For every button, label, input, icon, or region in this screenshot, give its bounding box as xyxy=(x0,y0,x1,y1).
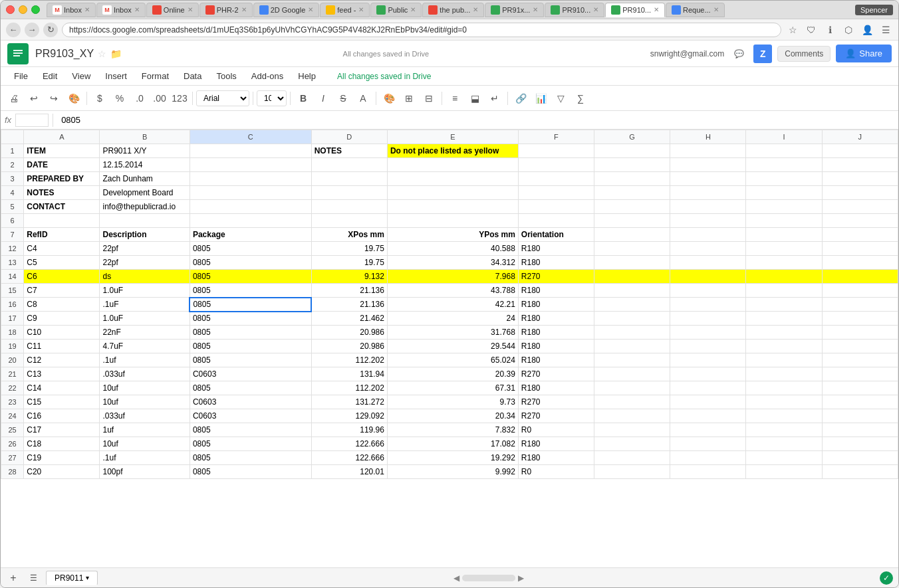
cell-15h[interactable] xyxy=(670,284,746,298)
cell-14f[interactable]: R270 xyxy=(518,270,594,284)
cell-24c[interactable]: C0603 xyxy=(190,409,311,423)
strikethrough-button[interactable]: S xyxy=(334,89,352,108)
cell-13i[interactable] xyxy=(746,256,822,270)
cell-19i[interactable] xyxy=(746,340,822,353)
cell-2c[interactable] xyxy=(190,158,311,172)
shield-icon[interactable]: 🛡 xyxy=(804,23,819,37)
cell-26c[interactable]: 0805 xyxy=(190,437,311,451)
function-button[interactable]: ∑ xyxy=(571,89,590,108)
cell-7e[interactable]: YPos mm xyxy=(387,228,518,242)
star-icon[interactable]: ☆ xyxy=(98,49,106,59)
cell-19d[interactable]: 20.986 xyxy=(311,340,387,353)
cell-3c[interactable] xyxy=(190,172,311,186)
cell-24f[interactable]: R270 xyxy=(518,409,594,423)
cell-4h[interactable] xyxy=(670,186,746,200)
cell-12f[interactable]: R180 xyxy=(518,242,594,256)
cell-7f[interactable]: Orientation xyxy=(518,228,594,242)
chat-icon[interactable]: 💬 xyxy=(729,45,748,63)
tab-close-1[interactable]: ✕ xyxy=(84,6,90,13)
bookmark-icon[interactable]: ☆ xyxy=(785,23,800,37)
forward-button[interactable]: → xyxy=(25,23,39,37)
cell-26e[interactable]: 17.082 xyxy=(387,437,518,451)
cell-21h[interactable] xyxy=(670,367,746,381)
cell-28a[interactable]: C20 xyxy=(24,465,100,479)
tab-pr91x[interactable]: PR91x... ✕ xyxy=(485,3,544,17)
cell-2h[interactable] xyxy=(670,158,746,172)
cell-1a[interactable]: ITEM xyxy=(24,144,100,158)
cell-14d[interactable]: 9.132 xyxy=(311,270,387,284)
cell-23i[interactable] xyxy=(746,395,822,409)
cell-12e[interactable]: 40.588 xyxy=(387,242,518,256)
cell-17a[interactable]: C9 xyxy=(24,312,100,326)
cell-23e[interactable]: 9.73 xyxy=(387,395,518,409)
cell-13c[interactable]: 0805 xyxy=(190,256,311,270)
tab-close-11[interactable]: ✕ xyxy=(654,6,659,13)
cell-17f[interactable]: R180 xyxy=(518,312,594,326)
cell-7c[interactable]: Package xyxy=(190,228,311,242)
cell-23j[interactable] xyxy=(822,395,898,409)
wrap-button[interactable]: ↵ xyxy=(485,89,504,108)
cell-12d[interactable]: 19.75 xyxy=(311,242,387,256)
increase-decimal-button[interactable]: .00 xyxy=(150,89,169,108)
cell-28d[interactable]: 120.01 xyxy=(311,465,387,479)
cell-13g[interactable] xyxy=(594,256,670,270)
chart-button[interactable]: 📊 xyxy=(531,89,550,108)
cell-7d[interactable]: XPos mm xyxy=(311,228,387,242)
cell-17e[interactable]: 24 xyxy=(387,312,518,326)
cell-7g[interactable] xyxy=(594,228,670,242)
cell-22a[interactable]: C14 xyxy=(24,381,100,395)
cell-20i[interactable] xyxy=(746,353,822,367)
scroll-left-button[interactable]: ◀ xyxy=(453,573,459,583)
tab-phr2[interactable]: PHR-2 ✕ xyxy=(199,3,253,17)
cell-12j[interactable] xyxy=(822,242,898,256)
cell-2j[interactable] xyxy=(822,158,898,172)
tab-close-2[interactable]: ✕ xyxy=(134,6,140,13)
merge-button[interactable]: ⊟ xyxy=(420,89,438,108)
number-format-button[interactable]: 123 xyxy=(170,89,189,108)
cell-15d[interactable]: 21.136 xyxy=(311,284,387,298)
paint-format-button[interactable]: 🎨 xyxy=(64,89,83,108)
cell-1h[interactable] xyxy=(670,144,746,158)
cell-3g[interactable] xyxy=(594,172,670,186)
cell-16c[interactable]: 0805 xyxy=(190,298,311,312)
cell-21i[interactable] xyxy=(746,367,822,381)
cell-2d[interactable] xyxy=(311,158,387,172)
cell-28e[interactable]: 9.992 xyxy=(387,465,518,479)
percent-button[interactable]: % xyxy=(110,89,129,108)
cell-26h[interactable] xyxy=(670,437,746,451)
filter-button[interactable]: ▽ xyxy=(551,89,570,108)
cell-24j[interactable] xyxy=(822,409,898,423)
col-header-d[interactable]: D xyxy=(311,130,387,144)
menu-view[interactable]: View xyxy=(65,68,97,84)
cell-1d[interactable]: NOTES xyxy=(311,144,387,158)
formula-input[interactable] xyxy=(57,114,894,126)
cell-5j[interactable] xyxy=(822,200,898,214)
cell-25a[interactable]: C17 xyxy=(24,423,100,437)
cell-18j[interactable] xyxy=(822,326,898,340)
cell-7j[interactable] xyxy=(822,228,898,242)
cell-17h[interactable] xyxy=(670,312,746,326)
cell-18b[interactable]: 22nF xyxy=(100,326,190,340)
back-button[interactable]: ← xyxy=(6,23,21,37)
cell-1e[interactable]: Do not place listed as yellow xyxy=(387,144,518,158)
cell-24h[interactable] xyxy=(670,409,746,423)
cell-13d[interactable]: 19.75 xyxy=(311,256,387,270)
cell-14c[interactable]: 0805 xyxy=(190,270,311,284)
cell-22i[interactable] xyxy=(746,381,822,395)
cell-1b[interactable]: PR9011 X/Y xyxy=(100,144,190,158)
cell-27g[interactable] xyxy=(594,451,670,465)
bold-button[interactable]: B xyxy=(294,89,313,108)
cell-7i[interactable] xyxy=(746,228,822,242)
text-color-button[interactable]: A xyxy=(354,89,372,108)
extensions-icon[interactable]: ⬡ xyxy=(841,23,856,37)
cell-16i[interactable] xyxy=(746,298,822,312)
cell-14h[interactable] xyxy=(670,270,746,284)
share-button[interactable]: 👤 Share xyxy=(836,45,892,62)
tab-close-3[interactable]: ✕ xyxy=(188,6,193,13)
cell-20a[interactable]: C12 xyxy=(24,353,100,367)
redo-button[interactable]: ↪ xyxy=(45,89,63,108)
font-selector[interactable]: Arial xyxy=(196,90,249,106)
menu-icon[interactable]: ☰ xyxy=(878,23,893,37)
cell-6d[interactable] xyxy=(311,214,387,228)
cell-12h[interactable] xyxy=(670,242,746,256)
